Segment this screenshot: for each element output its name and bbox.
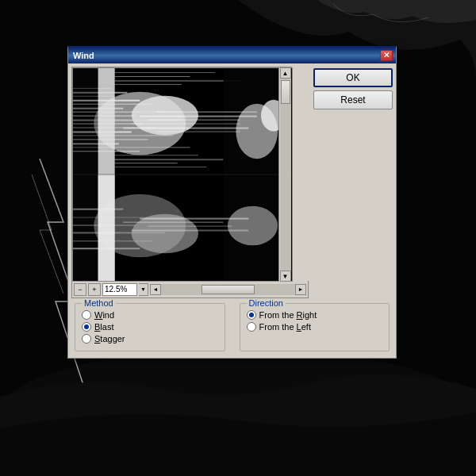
svg-rect-40 bbox=[98, 175, 115, 281]
svg-rect-54 bbox=[132, 229, 248, 231]
method-blast-label: Blast bbox=[94, 322, 113, 332]
direction-right-option[interactable]: From the Right bbox=[247, 310, 383, 320]
direction-right-label: From the Right bbox=[259, 310, 317, 320]
svg-rect-38 bbox=[73, 217, 182, 218]
svg-rect-51 bbox=[140, 218, 248, 220]
svg-rect-53 bbox=[148, 226, 232, 227]
svg-rect-45 bbox=[140, 116, 256, 117]
svg-rect-36 bbox=[73, 232, 165, 233]
scroll-left-arrow[interactable]: ◄ bbox=[150, 284, 161, 295]
direction-group-title: Direction bbox=[247, 298, 286, 308]
svg-rect-48 bbox=[123, 127, 248, 129]
svg-rect-25 bbox=[115, 76, 190, 77]
direction-left-radio[interactable] bbox=[247, 322, 256, 332]
svg-point-50 bbox=[228, 206, 278, 246]
zoom-dropdown-arrow[interactable]: ▼ bbox=[139, 283, 148, 296]
method-stagger-option[interactable]: Stagger bbox=[82, 334, 218, 344]
direction-right-radio[interactable] bbox=[247, 310, 256, 320]
method-wind-label: Wind bbox=[94, 310, 114, 320]
direction-right-radio-dot bbox=[249, 313, 254, 317]
options-area: Method Wind Blast bbox=[68, 301, 396, 358]
right-panel: OK Reset bbox=[313, 67, 393, 298]
svg-rect-31 bbox=[115, 167, 207, 167]
title-bar[interactable]: Wind ✕ bbox=[68, 48, 396, 63]
svg-rect-24 bbox=[115, 72, 215, 73]
svg-rect-52 bbox=[123, 222, 223, 223]
method-group: Method Wind Blast bbox=[75, 303, 225, 351]
preview-canvas bbox=[72, 67, 293, 282]
svg-rect-29 bbox=[115, 159, 224, 160]
close-button[interactable]: ✕ bbox=[380, 50, 393, 61]
svg-point-4 bbox=[132, 96, 198, 136]
dialog-body: ▲ ▼ − + 12.5% ▼ ◄ bbox=[68, 63, 396, 301]
svg-point-33 bbox=[132, 214, 198, 254]
preview-hscrollbar: ◄ ► bbox=[150, 283, 306, 296]
hscroll-track bbox=[161, 284, 295, 295]
direction-left-option[interactable]: From the Left bbox=[247, 322, 383, 332]
dialog-title: Wind bbox=[73, 51, 94, 60]
method-stagger-radio[interactable] bbox=[82, 334, 91, 344]
svg-rect-28 bbox=[115, 155, 198, 155]
svg-rect-26 bbox=[115, 80, 240, 82]
direction-left-label: From the Left bbox=[259, 322, 311, 332]
scroll-up-arrow[interactable]: ▲ bbox=[280, 67, 291, 79]
zoom-select[interactable]: 12.5% bbox=[102, 283, 137, 296]
method-blast-option[interactable]: Blast bbox=[82, 322, 218, 332]
dialog-window: Wind ✕ bbox=[67, 46, 397, 359]
scroll-track-vertical bbox=[280, 79, 291, 271]
method-blast-radio[interactable] bbox=[82, 322, 91, 332]
svg-rect-44 bbox=[156, 112, 256, 113]
method-group-title: Method bbox=[82, 298, 116, 308]
method-wind-radio[interactable] bbox=[82, 310, 91, 320]
preview-toolbar: − + 12.5% ▼ ◄ ► bbox=[71, 281, 309, 298]
zoom-out-button[interactable]: − bbox=[74, 283, 86, 296]
scroll-thumb-vertical[interactable] bbox=[281, 80, 290, 104]
svg-rect-46 bbox=[148, 120, 240, 121]
method-wind-option[interactable]: Wind bbox=[82, 310, 218, 320]
ok-button[interactable]: OK bbox=[313, 68, 393, 87]
zoom-in-button[interactable]: + bbox=[88, 283, 101, 296]
preview-section: ▲ ▼ − + 12.5% ▼ ◄ bbox=[71, 67, 309, 298]
method-blast-radio-dot bbox=[84, 324, 89, 329]
preview-vscrollbar: ▲ ▼ bbox=[278, 67, 291, 282]
reset-button[interactable]: Reset bbox=[313, 90, 393, 109]
svg-rect-27 bbox=[115, 84, 182, 85]
svg-rect-49 bbox=[156, 131, 240, 132]
svg-rect-47 bbox=[132, 123, 240, 124]
hscroll-thumb[interactable] bbox=[202, 285, 255, 294]
method-stagger-label: Stagger bbox=[94, 334, 125, 344]
svg-rect-30 bbox=[115, 163, 178, 163]
direction-group: Direction From the Right From the Left bbox=[240, 303, 390, 351]
scroll-right-arrow[interactable]: ► bbox=[295, 284, 306, 295]
scroll-down-arrow[interactable]: ▼ bbox=[280, 271, 291, 282]
